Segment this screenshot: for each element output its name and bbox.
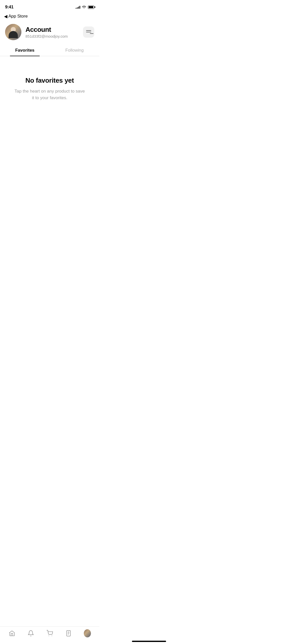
account-header: Account 851d33f2@moodjoy.com [0, 21, 99, 44]
status-bar: 9:41 [0, 0, 99, 13]
account-name: Account [25, 26, 79, 34]
empty-state-subtitle: Tap the heart on any product to save it … [14, 88, 85, 101]
menu-icon [86, 32, 91, 32]
battery-icon [88, 6, 94, 9]
account-email: 851d33f2@moodjoy.com [25, 34, 79, 38]
status-icons [76, 6, 94, 9]
tab-favorites[interactable]: Favorites [0, 44, 50, 56]
back-label: App Store [8, 14, 28, 19]
account-info: Account 851d33f2@moodjoy.com [25, 26, 79, 38]
nav-back[interactable]: ◀ App Store [0, 13, 99, 21]
menu-icon [86, 30, 91, 31]
wifi-icon [82, 6, 86, 9]
menu-button[interactable] [83, 26, 94, 38]
avatar [5, 24, 21, 40]
tab-following[interactable]: Following [50, 44, 99, 56]
main-content: No favorites yet Tap the heart on any pr… [0, 56, 99, 183]
status-time: 9:41 [5, 5, 13, 10]
menu-icon [90, 33, 93, 34]
back-arrow-icon: ◀ [4, 14, 7, 19]
tabs: Favorites Following [0, 44, 99, 56]
empty-state: No favorites yet Tap the heart on any pr… [0, 56, 99, 111]
signal-icon [76, 6, 80, 9]
empty-state-title: No favorites yet [25, 77, 74, 84]
